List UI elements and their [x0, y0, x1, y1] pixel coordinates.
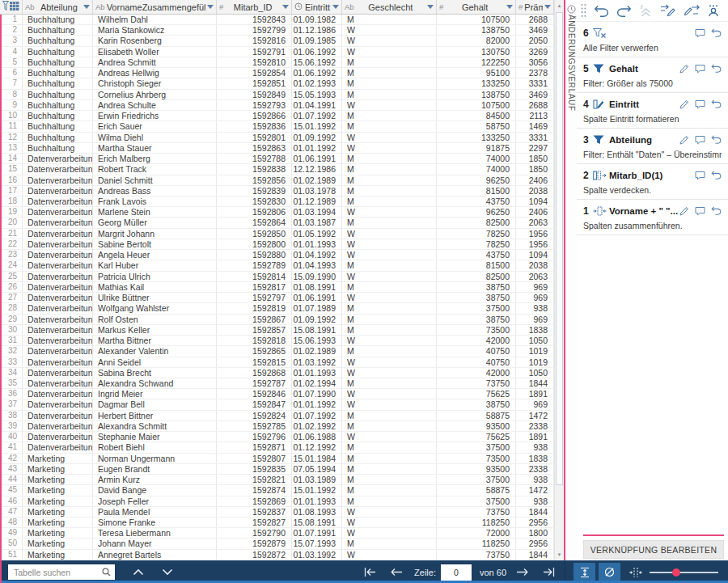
- history-step-2[interactable]: 2Mitarb_ID(1)Spalte verdecken.: [577, 164, 728, 200]
- history-step-6[interactable]: 6Alle Filter verwerfen: [577, 22, 728, 57]
- table-row[interactable]: 31DatenverarbeitungMartha Bittner1592818…: [0, 336, 554, 346]
- table-row[interactable]: 47MarketingPaula Mendel159283701.08.1993…: [0, 507, 554, 518]
- table-row[interactable]: 8BuchhaltungCornelius Ahrberg159284915.0…: [0, 90, 554, 100]
- table-row[interactable]: 37DatenverarbeitungDagmar Bell159284701.…: [0, 399, 554, 410]
- scrollbar-thumb[interactable]: [556, 12, 563, 485]
- select-all-corner[interactable]: [0, 0, 23, 14]
- edit-step-icon[interactable]: [679, 135, 689, 145]
- table-row[interactable]: 2BuchhaltungMaria Stankowicz159279901.12…: [0, 25, 554, 36]
- table-row[interactable]: 1BuchhaltungWilhelm Dahl159284301.09.198…: [0, 15, 554, 25]
- table-row[interactable]: 27DatenverarbeitungUlrike Büttner1592797…: [0, 293, 554, 303]
- table-row[interactable]: 15DatenverarbeitungRobert Track159283812…: [0, 164, 554, 175]
- column-menu-caret-icon[interactable]: [506, 5, 513, 9]
- fit-row-height-button[interactable]: [574, 563, 595, 582]
- column-header-abteilung[interactable]: AbAbteilung: [23, 0, 93, 14]
- column-header-geschlecht[interactable]: AbGeschlecht: [342, 0, 437, 14]
- table-row[interactable]: 46MarketingJoseph Feller159286901.01.199…: [0, 496, 554, 507]
- table-row[interactable]: 21DatenverarbeitungMargrit Johann1592850…: [0, 229, 554, 239]
- comment-icon[interactable]: [695, 64, 705, 74]
- table-row[interactable]: 13BuchhaltungMartha Stauer159286301.01.1…: [0, 143, 554, 154]
- show-null-values-button[interactable]: [599, 563, 620, 582]
- table-row[interactable]: 11BuchhaltungErich Sauer159283615.01.199…: [0, 121, 554, 132]
- table-row[interactable]: 19DatenverarbeitungMarlene Stein15928060…: [0, 207, 554, 218]
- column-menu-caret-icon[interactable]: [427, 5, 434, 9]
- column-header-mitarb_id[interactable]: #Mitarb_ID: [217, 0, 292, 14]
- undo-step-icon[interactable]: [711, 135, 722, 144]
- first-row-icon[interactable]: [362, 567, 377, 577]
- table-search-box[interactable]: [8, 564, 115, 580]
- comment-icon[interactable]: [695, 99, 705, 109]
- column-menu-caret-icon[interactable]: [207, 5, 214, 9]
- table-row[interactable]: 25DatenverarbeitungPatricia Ulrich159281…: [0, 272, 554, 282]
- table-row[interactable]: 3BuchhaltungKarin Rosenberg159281601.09.…: [0, 36, 554, 46]
- edit-plan-icon[interactable]: [684, 4, 700, 17]
- table-row[interactable]: 40DatenverarbeitungStephanie Maier159279…: [0, 432, 554, 442]
- column-menu-caret-icon[interactable]: [282, 5, 289, 9]
- table-row[interactable]: 41DatenverarbeitungRobert Biehl159287101…: [0, 442, 554, 453]
- collapse-columns-icon[interactable]: [629, 567, 643, 578]
- table-row[interactable]: 20DatenverarbeitungGeorg Müller159286401…: [0, 218, 554, 228]
- column-menu-caret-icon[interactable]: [544, 5, 551, 9]
- undo-step-icon[interactable]: [711, 99, 722, 108]
- table-row[interactable]: 44MarketingArmin Kurz159282101.03.1989M3…: [0, 475, 554, 485]
- undo-step-icon[interactable]: [711, 206, 722, 215]
- history-step-5[interactable]: 5GehaltFilter: Größer als 75000: [577, 57, 728, 93]
- table-row[interactable]: 10BuchhaltungErwin Friedrichs159286601.0…: [0, 111, 554, 121]
- table-row[interactable]: 36DatenverarbeitungIngrid Meier159284601…: [0, 389, 554, 399]
- table-row[interactable]: 33DatenverarbeitungAnni Seidel159281501.…: [0, 357, 554, 368]
- table-row[interactable]: 12BuchhaltungWilma Diehl159280101.09.199…: [0, 133, 554, 143]
- history-step-1[interactable]: 1Vorname + " "...Spalten zusammenführen.: [577, 200, 728, 235]
- zoom-slider-handle[interactable]: [672, 568, 680, 577]
- column-header-gehalt[interactable]: #Gehalt: [437, 0, 516, 14]
- history-strip[interactable]: ÄNDERUNGSVERLAUF: [564, 0, 577, 560]
- table-row[interactable]: 43MarketingEugen Brandt159283507.05.1994…: [0, 464, 554, 475]
- column-header-eintritt[interactable]: Eintritt: [292, 0, 342, 14]
- edit-step-icon[interactable]: [679, 206, 689, 216]
- table-row[interactable]: 6BuchhaltungAndreas Hellwig159285401.06.…: [0, 68, 554, 78]
- edit-step-icon[interactable]: [679, 99, 689, 109]
- table-row[interactable]: 4BuchhaltungElisabeth Woller159279101.06…: [0, 47, 554, 57]
- vertical-scrollbar[interactable]: ▲ ▼: [554, 0, 564, 560]
- table-row[interactable]: 24DatenverarbeitungKarl Huber159278901.0…: [0, 260, 554, 271]
- table-row[interactable]: 34DatenverarbeitungSabina Brecht15928680…: [0, 368, 554, 378]
- table-row[interactable]: 18DatenverarbeitungFrank Lavois159283001…: [0, 196, 554, 207]
- table-row[interactable]: 42MarketingNorman Ungermann159280715.01.…: [0, 454, 554, 464]
- table-row[interactable]: 26DatenverarbeitungMathias Kail159281701…: [0, 282, 554, 293]
- table-row[interactable]: 14DatenverarbeitungErich Malberg15927880…: [0, 154, 554, 164]
- table-row[interactable]: 22DatenverarbeitungSabine Bertolt1592800…: [0, 239, 554, 250]
- table-row[interactable]: 5BuchhaltungAndrea Schmitt159281015.06.1…: [0, 57, 554, 68]
- history-step-4[interactable]: 4EintrittSpalte Eintritt formatieren: [577, 93, 728, 129]
- next-row-icon[interactable]: [516, 567, 529, 577]
- table-row[interactable]: 28DatenverarbeitungWolfgang Wahlster1592…: [0, 303, 554, 314]
- comment-icon[interactable]: [695, 171, 705, 180]
- table-row[interactable]: 32DatenverarbeitungAlexander Valentin159…: [0, 346, 554, 357]
- last-row-icon[interactable]: [542, 567, 557, 577]
- table-row[interactable]: 9BuchhaltungAndrea Schulte159279301.04.1…: [0, 100, 554, 111]
- edit-step-icon[interactable]: [679, 64, 689, 74]
- undo-step-icon[interactable]: [711, 64, 722, 73]
- table-row[interactable]: 35DatenverarbeitungAlexandra Schwand1592…: [0, 378, 554, 389]
- undo-step-icon[interactable]: [711, 28, 722, 37]
- edit-steps-icon[interactable]: [660, 4, 676, 17]
- table-row[interactable]: 16DatenverarbeitungDaniel Schmitt1592856…: [0, 175, 554, 186]
- table-row[interactable]: 50MarketingJohann Mayer159287915.07.1993…: [0, 539, 554, 549]
- column-header-prämie[interactable]: #Prämie: [516, 0, 554, 14]
- undo-step-icon[interactable]: [711, 171, 722, 180]
- table-row[interactable]: 30DatenverarbeitungMarkus Keller15928571…: [0, 325, 554, 336]
- table-row[interactable]: 17DatenverarbeitungAndreas Bass159283901…: [0, 186, 554, 196]
- table-row[interactable]: 7BuchhaltungChristoph Sieger159285101.02…: [0, 78, 554, 89]
- search-next-icon[interactable]: [162, 568, 173, 576]
- table-row[interactable]: 51MarketingAnnegret Bartels159287201.03.…: [0, 550, 554, 560]
- scroll-up-icon[interactable]: ▲: [555, 0, 564, 11]
- table-row[interactable]: 49MarketingTeresa Liebermann159279001.07…: [0, 528, 554, 539]
- column-menu-caret-icon[interactable]: [332, 5, 339, 9]
- table-row[interactable]: 29DatenverarbeitungRolf Osten159286701.0…: [0, 315, 554, 325]
- undo-icon[interactable]: [594, 5, 609, 17]
- comment-icon[interactable]: [695, 206, 705, 216]
- table-row[interactable]: 45MarketingDavid Bange159287415.01.1992M…: [0, 485, 554, 496]
- edit-link-button[interactable]: VERKNÜPFUNG BEARBEITEN: [583, 540, 724, 559]
- comment-icon[interactable]: [695, 135, 705, 145]
- table-row[interactable]: 39DatenverarbeitungAlexandra Schmitt1592…: [0, 421, 554, 432]
- column-menu-caret-icon[interactable]: [83, 5, 90, 9]
- row-number-input[interactable]: [441, 564, 472, 581]
